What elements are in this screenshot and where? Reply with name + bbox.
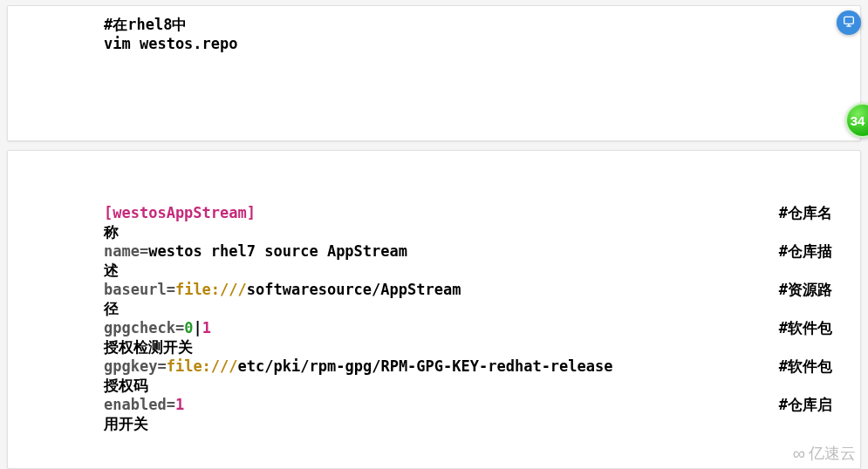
prop-key: enabled <box>104 396 167 413</box>
code-row: enabled=1 #仓库启 <box>104 395 836 414</box>
watermark: ∞ 亿速云 <box>793 443 856 464</box>
code-comment: #软件包 <box>779 318 836 337</box>
slash: / <box>372 357 380 375</box>
equals: = <box>157 357 166 375</box>
code-wrap: 授权码 <box>104 376 836 395</box>
code-sheet-2: [westosAppStream] #仓库名 称 name=westos rhe… <box>7 150 861 469</box>
code-row: baseurl=file:///softwaresource/AppStream… <box>104 280 836 299</box>
prop-value: westos rhel7 source AppStream <box>148 242 407 260</box>
prop-key: name <box>104 242 140 260</box>
svg-rect-0 <box>844 17 854 24</box>
code-row: gpgcheck=0|1 #软件包 <box>104 318 836 337</box>
assist-button[interactable] <box>837 10 861 35</box>
equals: = <box>175 319 184 336</box>
slash: / <box>300 357 309 375</box>
code-row: [westosAppStream] #仓库名 <box>104 203 836 222</box>
code-comment: #软件包 <box>779 357 836 376</box>
infinity-icon: ∞ <box>793 445 805 462</box>
path-seg: AppStream <box>380 281 461 298</box>
path-seg: softwaresource <box>247 281 372 298</box>
assist-icon <box>842 14 856 31</box>
code-comment: #资源路 <box>779 280 836 299</box>
equals: = <box>140 242 148 260</box>
code-comment: #仓库描 <box>779 241 836 261</box>
path-seg: pki <box>274 357 301 375</box>
num-one: 1 <box>202 319 211 336</box>
prop-key: gpgcheck <box>104 319 175 336</box>
code-row: gpgkey=file:///etc/pki/rpm-gpg/RPM-GPG-K… <box>104 357 836 376</box>
slash: / <box>264 357 273 375</box>
equals: = <box>167 396 175 413</box>
url-scheme: file:/// <box>175 281 247 298</box>
prop-key: gpgkey <box>104 357 157 375</box>
code-line: vim westos.repo <box>104 34 836 53</box>
code-comment: #仓库启 <box>779 395 836 414</box>
path-seg: RPM-GPG-KEY-redhat-release <box>380 357 612 375</box>
code-left: gpgcheck=0|1 <box>104 318 211 337</box>
code-wrap: 用开关 <box>104 414 836 433</box>
num-one: 1 <box>175 396 184 413</box>
code-left: baseurl=file:///softwaresource/AppStream <box>104 280 461 299</box>
code-wrap: 授权检测开关 <box>104 337 836 357</box>
path-seg: etc <box>238 357 265 375</box>
page-stack: #在rhel8中 vim westos.repo [westosAppStrea… <box>0 0 868 469</box>
num-zero: 0 <box>184 319 193 336</box>
code-wrap: 径 <box>104 299 836 318</box>
prop-key: baseurl <box>104 281 167 298</box>
code-line: #在rhel8中 <box>104 15 836 34</box>
code-wrap: 述 <box>104 261 836 280</box>
code-left: gpgkey=file:///etc/pki/rpm-gpg/RPM-GPG-K… <box>104 357 613 376</box>
equals: = <box>167 281 175 298</box>
path-seg: rpm-gpg <box>310 357 372 375</box>
code-left: name=westos rhel7 source AppStream <box>104 241 407 261</box>
watermark-text: 亿速云 <box>809 443 856 464</box>
url-scheme: file:/// <box>167 357 238 375</box>
section-header: [westosAppStream] <box>104 204 256 221</box>
code-row: name=westos rhel7 source AppStream #仓库描 <box>104 241 836 261</box>
slash: / <box>372 281 380 298</box>
score-badge-text: 34 <box>851 113 865 128</box>
code-wrap: 称 <box>104 222 836 241</box>
code-left: [westosAppStream] <box>104 203 256 222</box>
code-comment: #仓库名 <box>779 203 836 222</box>
code-sheet-1: #在rhel8中 vim westos.repo <box>7 5 861 141</box>
pipe: | <box>193 319 202 336</box>
code-left: enabled=1 <box>104 395 184 414</box>
